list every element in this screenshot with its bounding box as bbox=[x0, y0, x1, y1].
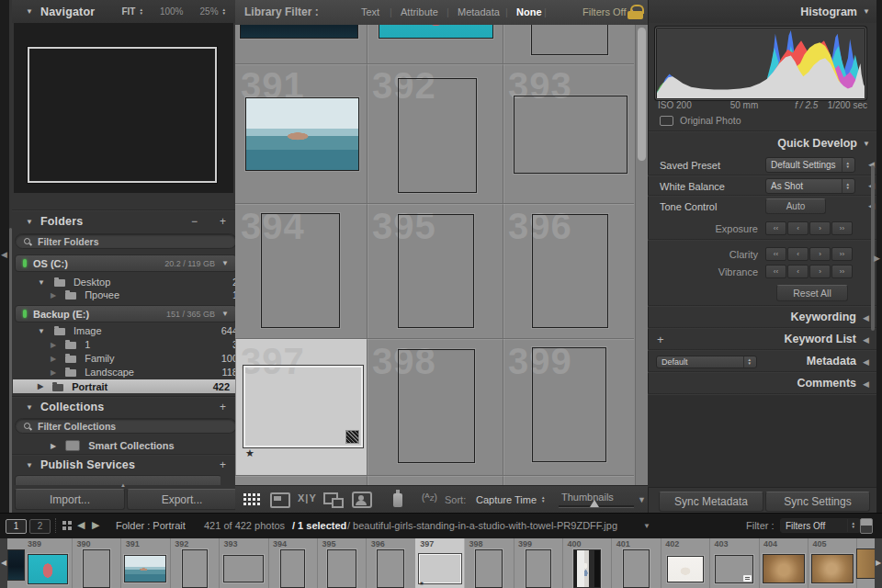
filter-preset-dropdown[interactable]: Filters Off bbox=[582, 6, 634, 17]
folders-header[interactable]: ▼ Folders − + bbox=[12, 212, 235, 231]
filmstrip-cell-395[interactable]: 395 bbox=[317, 538, 367, 588]
grid-scrollbar-thumb[interactable] bbox=[638, 28, 646, 161]
export-button[interactable]: Export... bbox=[127, 489, 237, 510]
filter-tab-text[interactable]: Text bbox=[361, 6, 379, 17]
zoom-selector-icon[interactable] bbox=[222, 8, 226, 16]
filmstrip-thumbnail[interactable] bbox=[715, 555, 753, 583]
add-keyword-button[interactable]: + bbox=[657, 333, 664, 346]
expand-icon[interactable]: ▼ bbox=[38, 327, 45, 335]
filmstrip-thumbnail[interactable] bbox=[124, 555, 166, 582]
filmstrip-thumbnail[interactable] bbox=[28, 554, 68, 584]
grid-view-button[interactable] bbox=[243, 493, 246, 496]
comments-header[interactable]: Comments ◀ bbox=[648, 374, 876, 392]
grid-thumbnail[interactable] bbox=[261, 213, 340, 328]
zoom-fit-button[interactable]: FIT bbox=[121, 6, 135, 17]
expand-icon[interactable]: ▶ bbox=[38, 382, 43, 390]
breadcrumb-folder[interactable]: Folder : Portrait bbox=[116, 520, 186, 531]
filmstrip-cell-403[interactable]: 403 bbox=[710, 538, 760, 588]
metadata-preset-dropdown[interactable]: Default bbox=[656, 356, 757, 368]
expand-icon[interactable]: ▼ bbox=[38, 278, 45, 287]
volume-os-c[interactable]: OS (C:) 20.2 / 119 GB ▼ bbox=[15, 254, 237, 272]
secondary-window-1-button[interactable]: 1 bbox=[6, 519, 27, 534]
histogram-plot[interactable] bbox=[655, 27, 866, 100]
stepper-large-plus[interactable]: ›› bbox=[831, 221, 853, 235]
folder-row-portrait-selected[interactable]: ▶ Portrait 422 bbox=[13, 379, 235, 393]
grid-thumbnail[interactable] bbox=[398, 214, 474, 328]
expand-icon[interactable]: ▶ bbox=[51, 368, 56, 377]
grid-thumbnail[interactable] bbox=[531, 25, 608, 55]
filmstrip-cell-390[interactable]: 390 bbox=[72, 538, 121, 588]
expand-icon[interactable]: ▶ bbox=[51, 291, 56, 300]
publish-service-row-clipped[interactable] bbox=[15, 475, 220, 485]
stepper-minus[interactable]: ‹ bbox=[787, 247, 808, 261]
stepper-large-minus[interactable]: ‹‹ bbox=[765, 221, 786, 235]
loupe-view-button[interactable] bbox=[270, 492, 290, 508]
stepper-large-minus[interactable]: ‹‹ bbox=[765, 265, 786, 278]
filmstrip-thumbnail[interactable] bbox=[182, 549, 208, 588]
people-view-button[interactable] bbox=[352, 492, 372, 508]
filmstrip-cell-397[interactable]: 397★ bbox=[415, 538, 465, 588]
forward-arrow-button[interactable]: ▶ bbox=[92, 519, 99, 531]
white-balance-dropdown[interactable]: As Shot bbox=[765, 178, 855, 194]
vibrance-stepper[interactable]: ‹‹‹››› bbox=[765, 265, 854, 278]
expand-icon[interactable]: ▶ bbox=[51, 341, 56, 349]
secondary-window-2-button[interactable]: 2 bbox=[29, 519, 51, 534]
smart-collections-row[interactable]: ▶ Smart Collections bbox=[25, 439, 243, 452]
selected-filename[interactable]: / beautiful-girls-standing-in-a-studio-w… bbox=[347, 520, 617, 531]
grid-scrollbar-track[interactable] bbox=[635, 25, 648, 485]
filter-tab-attribute[interactable]: Attribute bbox=[401, 6, 438, 17]
expand-icon[interactable]: ▶ bbox=[51, 355, 56, 363]
filmstrip-cell-392[interactable]: 392 bbox=[170, 538, 220, 588]
filmstrip-cell-393[interactable]: 393 bbox=[220, 538, 269, 588]
stepper-minus[interactable]: ‹ bbox=[787, 265, 808, 278]
keyword-list-header[interactable]: + Keyword List ◀ bbox=[648, 330, 876, 348]
grid-thumbnail[interactable] bbox=[240, 25, 358, 39]
back-arrow-button[interactable]: ◀ bbox=[77, 519, 85, 531]
zoom-100-button[interactable]: 100% bbox=[160, 6, 184, 17]
remove-folder-button[interactable]: − bbox=[191, 215, 198, 228]
zoom-ratio-button[interactable]: 25% bbox=[200, 6, 219, 17]
filter-folders-input[interactable]: Filter Folders bbox=[15, 233, 237, 249]
folder-row-prochee[interactable]: ▶ Прочее 1 bbox=[25, 288, 243, 301]
volume-disclosure-icon[interactable]: ▼ bbox=[221, 310, 229, 318]
folder-row-desktop[interactable]: ▼ Desktop 2 bbox=[25, 276, 243, 288]
filmstrip-scroll-right-icon[interactable]: ▶ bbox=[876, 559, 881, 567]
filmstrip-filter-dropdown[interactable]: Filters Off bbox=[780, 518, 861, 533]
sort-direction-button[interactable]: (AZ) bbox=[422, 492, 437, 503]
filmstrip-cell-401[interactable]: 401 bbox=[612, 538, 662, 588]
painter-spray-can-button[interactable] bbox=[393, 490, 402, 507]
grid-thumbnail-selected[interactable] bbox=[243, 366, 363, 447]
auto-tone-button[interactable]: Auto bbox=[765, 198, 826, 214]
folder-row-image[interactable]: ▼ Image 644 bbox=[25, 324, 243, 337]
filmstrip-thumbnail[interactable] bbox=[623, 549, 650, 588]
stepper-large-plus[interactable]: ›› bbox=[831, 265, 853, 278]
filmstrip-thumbnail[interactable] bbox=[667, 556, 704, 582]
filmstrip-cell-402[interactable]: 402 bbox=[661, 538, 710, 588]
folder-row-family[interactable]: ▶ Family 100 bbox=[25, 352, 243, 365]
reset-all-button[interactable]: Reset All bbox=[776, 285, 848, 301]
volume-disclosure-icon[interactable]: ▼ bbox=[221, 259, 229, 267]
stepper-minus[interactable]: ‹ bbox=[787, 221, 808, 235]
grid-thumbnail[interactable] bbox=[245, 97, 359, 171]
collections-header[interactable]: ▼ Collections + bbox=[12, 399, 235, 415]
saved-preset-dropdown[interactable]: Default Settings bbox=[765, 157, 855, 173]
grid-thumbnail[interactable] bbox=[398, 78, 477, 193]
stepper-large-minus[interactable]: ‹‹ bbox=[765, 247, 786, 261]
publish-services-header[interactable]: ▼ Publish Services + bbox=[12, 457, 235, 473]
volume-backup-e[interactable]: Backup (E:) 151 / 365 GB ▼ bbox=[15, 305, 237, 322]
grid-thumbnail[interactable] bbox=[398, 349, 475, 463]
folder-row-landscape[interactable]: ▶ Landscape 118 bbox=[25, 366, 243, 379]
panel-collapse-nub-icon[interactable]: ▲ bbox=[120, 482, 126, 488]
filmstrip-thumbnail[interactable] bbox=[223, 555, 264, 582]
compare-view-button[interactable]: X|Y bbox=[298, 492, 317, 503]
sort-criteria-dropdown[interactable]: Capture Time bbox=[476, 494, 546, 505]
filmstrip-thumbnail[interactable] bbox=[377, 549, 404, 588]
filmstrip-thumbnail[interactable] bbox=[526, 549, 551, 588]
stepper-large-plus[interactable]: ›› bbox=[831, 247, 853, 261]
filmstrip-thumbnail[interactable] bbox=[573, 549, 601, 588]
quick-develop-header[interactable]: Quick Develop ▼ bbox=[649, 133, 877, 153]
filmstrip-cell-400[interactable]: 400 bbox=[562, 538, 612, 588]
stepper-plus[interactable]: › bbox=[809, 265, 831, 278]
collapse-right-panel-icon[interactable]: ▶ bbox=[874, 254, 880, 263]
filmstrip-thumbnail[interactable] bbox=[419, 554, 461, 583]
